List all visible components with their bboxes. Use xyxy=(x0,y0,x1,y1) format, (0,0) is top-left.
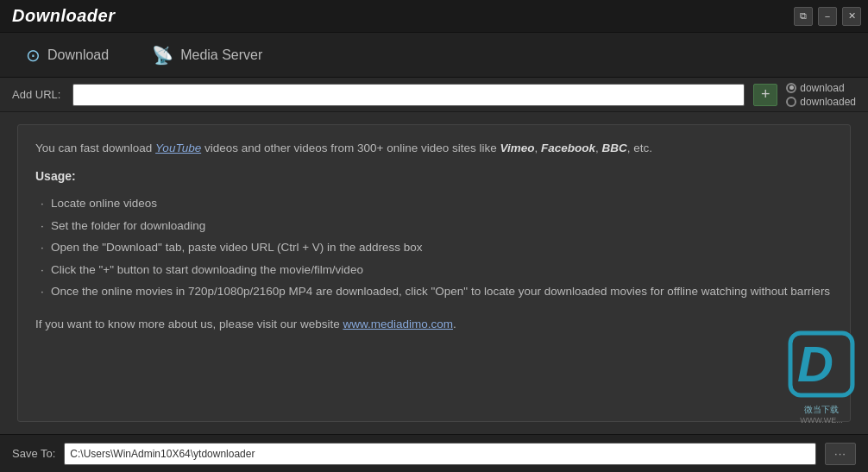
save-path-display: C:\Users\WinAdmin10X64\ytdownloader xyxy=(64,443,816,465)
title-bar-controls: ⧉ − ✕ xyxy=(794,7,861,26)
usage-list: Locate online videos Set the folder for … xyxy=(35,192,833,303)
nav-bar: ⊙ Download 📡 Media Server xyxy=(0,33,868,78)
website-link[interactable]: www.mediadimo.com xyxy=(343,318,453,330)
main-content: You can fast download YouTube videos and… xyxy=(0,112,868,434)
info-first-line: You can fast download YouTube videos and… xyxy=(35,139,833,158)
title-bar-left: Downloader xyxy=(12,6,115,26)
vimeo-text: Vimeo xyxy=(500,142,534,154)
status-bar: Save To: C:\Users\WinAdmin10X64\ytdownlo… xyxy=(0,434,868,472)
nav-media-server[interactable]: 📡 Media Server xyxy=(143,40,271,71)
radio-download-dot xyxy=(786,83,796,93)
save-to-label: Save To: xyxy=(12,447,55,460)
info-box: You can fast download YouTube videos and… xyxy=(17,124,851,422)
radio-download-label: download xyxy=(800,82,844,94)
radio-download[interactable]: download xyxy=(786,82,856,94)
usage-item-1: Locate online videos xyxy=(39,192,833,215)
url-input[interactable] xyxy=(72,84,745,106)
info-prefix: You can fast download xyxy=(35,142,155,154)
usage-item-5: Once the online movies in 720p/1080p/216… xyxy=(39,280,833,303)
browse-button[interactable]: ··· xyxy=(825,443,856,465)
nav-download-label: Download xyxy=(47,47,109,63)
watermark-logo-icon: D xyxy=(787,330,856,399)
add-url-button[interactable]: + xyxy=(753,84,777,106)
website-line: If you want to know more about us, pleas… xyxy=(35,315,833,334)
url-label: Add URL: xyxy=(12,88,64,101)
app-title: Downloader xyxy=(12,6,115,26)
url-bar: Add URL: + download downloaded xyxy=(0,78,868,112)
minimize-button[interactable]: − xyxy=(818,7,837,26)
watermark-url: WWW.WE... xyxy=(787,416,856,425)
radio-group: download downloaded xyxy=(786,82,856,108)
usage-item-4: Click the "+" button to start downloadin… xyxy=(39,259,833,281)
bbc-text: BBC xyxy=(602,142,627,154)
radio-downloaded-dot xyxy=(786,97,796,107)
footer-prefix: If you want to know more about us, pleas… xyxy=(35,318,343,330)
media-server-nav-icon: 📡 xyxy=(152,45,173,66)
watermark: D 微当下载 WWW.WE... xyxy=(787,330,856,425)
info-suffix: videos and other videos from 300+ online… xyxy=(201,142,500,154)
usage-item-3: Open the "Download" tab, paste video URL… xyxy=(39,236,833,259)
usage-item-2: Set the folder for downloading xyxy=(39,215,833,237)
line1-end: , etc. xyxy=(627,142,652,154)
usage-title: Usage: xyxy=(35,167,833,186)
footer-suffix: . xyxy=(453,318,456,330)
svg-text:D: D xyxy=(797,336,833,392)
radio-downloaded[interactable]: downloaded xyxy=(786,96,856,108)
nav-media-server-label: Media Server xyxy=(180,47,262,63)
youtube-link[interactable]: YouTube xyxy=(155,142,201,154)
radio-downloaded-label: downloaded xyxy=(800,96,856,108)
close-button[interactable]: ✕ xyxy=(842,7,861,26)
nav-download[interactable]: ⊙ Download xyxy=(17,40,117,71)
facebook-text: Facebook xyxy=(541,142,595,154)
download-nav-icon: ⊙ xyxy=(26,45,41,66)
watermark-cn-text: 微当下载 xyxy=(787,404,856,416)
sep1: , xyxy=(535,142,542,154)
restore-button[interactable]: ⧉ xyxy=(794,7,813,26)
sep2: , xyxy=(595,142,602,154)
title-bar: Downloader ⧉ − ✕ xyxy=(0,0,868,33)
